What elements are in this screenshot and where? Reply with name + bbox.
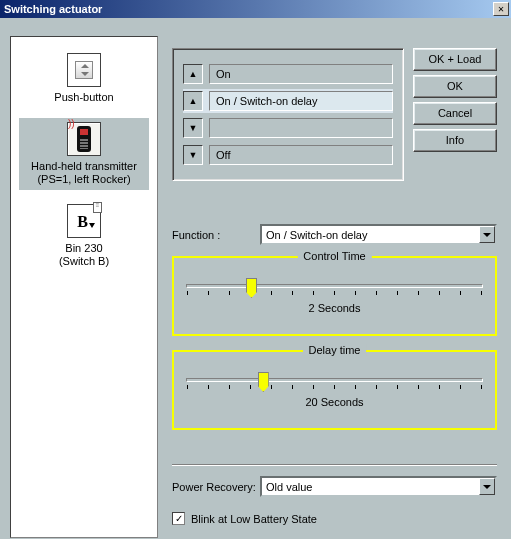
ok-button[interactable]: OK xyxy=(413,75,497,98)
delay-time-value: 20 Seconds xyxy=(186,396,483,408)
down-arrow-icon: ▼ xyxy=(183,145,203,165)
cancel-button[interactable]: Cancel xyxy=(413,102,497,125)
function-row: Function : On / Switch-on delay xyxy=(172,224,497,245)
transmitter-icon: )) xyxy=(67,122,101,156)
sidebar-item-transmitter[interactable]: )) Hand-held transmitter (PS=1, left Roc… xyxy=(19,118,149,190)
blink-checkbox-row[interactable]: ✓ Blink at Low Battery State xyxy=(172,512,317,525)
mode-label: On / Switch-on delay xyxy=(209,91,393,111)
sidebar-item-label: Push-button xyxy=(21,91,147,104)
mode-label: On xyxy=(209,64,393,84)
device-sidebar: Push-button )) Hand-held transmitter (PS… xyxy=(10,36,158,538)
mode-list: ▲ On ▲ On / Switch-on delay ▼ ▼ Off xyxy=(172,48,404,181)
mode-row-on-delay[interactable]: ▲ On / Switch-on delay xyxy=(183,89,393,113)
sidebar-item-label: Bin 230 (Switch B) xyxy=(21,242,147,268)
chevron-down-icon xyxy=(479,226,495,243)
chevron-down-icon xyxy=(479,478,495,495)
power-recovery-label: Power Recovery: xyxy=(172,481,260,493)
down-arrow-icon: ▼ xyxy=(183,118,203,138)
up-arrow-icon: ▲ xyxy=(183,91,203,111)
up-arrow-icon: ▲ xyxy=(183,64,203,84)
check-icon: ✓ xyxy=(175,513,183,524)
separator xyxy=(172,464,497,466)
mode-row-on[interactable]: ▲ On xyxy=(183,62,393,86)
close-icon: ✕ xyxy=(498,3,504,14)
mode-label xyxy=(209,118,393,138)
mode-label: Off xyxy=(209,145,393,165)
control-time-title: Control Time xyxy=(297,250,371,262)
bin230-icon: B≡ xyxy=(67,204,101,238)
window-title: Switching actuator xyxy=(4,0,102,18)
power-recovery-select[interactable]: Old value xyxy=(260,476,497,497)
pushbutton-icon xyxy=(67,53,101,87)
blink-checkbox[interactable]: ✓ xyxy=(172,512,185,525)
title-bar: Switching actuator ✕ xyxy=(0,0,511,18)
delay-time-group: Delay time 20 Seconds xyxy=(172,350,497,430)
client-area: Push-button )) Hand-held transmitter (PS… xyxy=(0,18,511,539)
control-time-group: Control Time 2 Seconds xyxy=(172,256,497,336)
delay-time-slider[interactable] xyxy=(186,378,483,382)
close-button[interactable]: ✕ xyxy=(493,2,509,16)
ok-load-button[interactable]: OK + Load xyxy=(413,48,497,71)
power-recovery-row: Power Recovery: Old value xyxy=(172,476,497,497)
info-button[interactable]: Info xyxy=(413,129,497,152)
blink-label: Blink at Low Battery State xyxy=(191,513,317,525)
mode-row-down-empty[interactable]: ▼ xyxy=(183,116,393,140)
function-value: On / Switch-on delay xyxy=(266,229,368,241)
sidebar-item-bin230[interactable]: B≡ Bin 230 (Switch B) xyxy=(19,200,149,272)
function-label: Function : xyxy=(172,229,260,241)
power-recovery-value: Old value xyxy=(266,481,312,493)
control-time-value: 2 Seconds xyxy=(186,302,483,314)
mode-row-off[interactable]: ▼ Off xyxy=(183,143,393,167)
function-select[interactable]: On / Switch-on delay xyxy=(260,224,497,245)
delay-time-title: Delay time xyxy=(303,344,367,356)
dialog-buttons: OK + Load OK Cancel Info xyxy=(413,48,499,156)
control-time-slider[interactable] xyxy=(186,284,483,288)
sidebar-item-pushbutton[interactable]: Push-button xyxy=(19,49,149,108)
sidebar-item-label: Hand-held transmitter (PS=1, left Rocker… xyxy=(21,160,147,186)
